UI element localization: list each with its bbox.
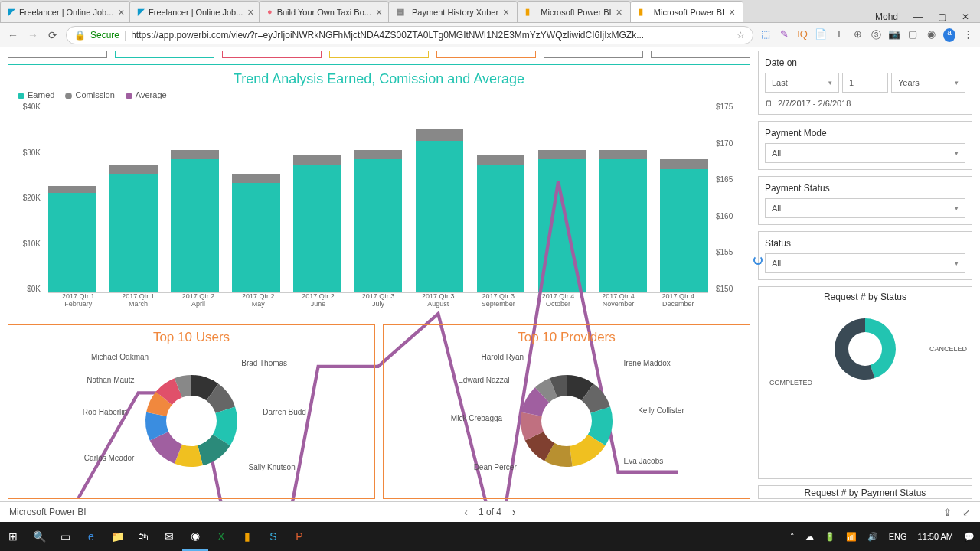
top-providers-card[interactable]: Top 10 Providers Harold RyanEdward Nazza…: [383, 324, 750, 499]
excel-icon[interactable]: X: [208, 522, 234, 551]
brand-label: Microsoft Power BI: [9, 507, 87, 517]
url-text: https://app.powerbi.com/view?r=eyJrIjoiN…: [131, 30, 644, 41]
forward-icon[interactable]: →: [26, 29, 40, 41]
chevron-down-icon: ▾: [955, 259, 959, 267]
loading-cursor: [753, 256, 763, 265]
back-icon[interactable]: ←: [6, 29, 20, 41]
ext-icon[interactable]: ⬚: [760, 28, 772, 42]
bar-area: [48, 103, 708, 293]
store-icon[interactable]: 🛍: [130, 522, 156, 551]
chart-title: Trend Analysis Earned, Comission and Ave…: [18, 71, 740, 87]
chevron-down-icon: ▾: [955, 149, 959, 157]
mail-icon[interactable]: ✉: [156, 522, 182, 551]
status-select[interactable]: All▾: [765, 253, 965, 273]
close-icon[interactable]: ×: [376, 6, 382, 18]
date-unit[interactable]: Years▾: [891, 73, 965, 93]
close-icon[interactable]: ×: [503, 6, 509, 18]
url-field[interactable]: 🔒 Secure | https://app.powerbi.com/view?…: [66, 26, 753, 44]
chrome-icon[interactable]: ◉: [182, 522, 208, 551]
freelancer-icon: ◤: [8, 7, 15, 18]
top-users-card[interactable]: Top 10 Users Michael OakmanNathan MautzR…: [8, 324, 375, 499]
freelancer-icon: ◤: [138, 7, 144, 18]
search-icon[interactable]: 🔍: [26, 522, 52, 551]
tab-0[interactable]: ◤Freelancer | Online Job...×: [0, 1, 130, 22]
chart-legend: Earned Comission Average: [18, 90, 740, 99]
ext-icon[interactable]: ⊕: [851, 28, 864, 42]
tab-1[interactable]: ◤Freelancer | Online Job...×: [129, 1, 260, 22]
request-by-status-chart[interactable]: Request # by Status COMPLETED CANCELED: [758, 286, 972, 479]
close-window-icon[interactable]: ✕: [962, 11, 969, 22]
svg-point-2: [848, 332, 882, 366]
filter-date: Date on Last▾ 1 Years▾ 🗓 2/7/2017 - 2/6/…: [758, 51, 972, 115]
edge-icon[interactable]: e: [78, 522, 104, 551]
y-axis-right: $175$170$165$160$155$150: [713, 103, 740, 293]
window-controls: Mohd — ▢ ✕: [864, 11, 980, 22]
tab-5[interactable]: ▮Microsoft Power BI×: [630, 1, 744, 22]
share-icon[interactable]: ⇪: [943, 507, 952, 518]
card-title: Top 10 Providers: [388, 330, 745, 345]
explorer-icon[interactable]: 📁: [104, 522, 130, 551]
calendar-icon: 🗓: [765, 99, 773, 108]
extensions: ⬚ ✎ IQ 📄 T ⊕ ⓢ 📷 ▢ ◉ a ⋮: [760, 28, 974, 42]
payment-status-select[interactable]: All▾: [765, 198, 965, 218]
ppt-icon[interactable]: P: [286, 522, 312, 551]
page-indicator: 1 of 4: [479, 507, 501, 517]
clock-label[interactable]: 11:50 AM: [913, 532, 959, 541]
ext-icon[interactable]: ◉: [925, 28, 937, 42]
ext-icon[interactable]: ▢: [906, 28, 919, 42]
chevron-down-icon: ▾: [955, 204, 959, 212]
maximize-icon[interactable]: ▢: [938, 11, 946, 22]
address-bar: ← → ⟳ 🔒 Secure | https://app.powerbi.com…: [0, 23, 980, 47]
filter-payment-status: Payment Status All▾: [758, 176, 972, 225]
reload-icon[interactable]: ⟳: [46, 29, 60, 41]
ext-icon[interactable]: ⓢ: [870, 28, 882, 42]
ext-icon[interactable]: a: [943, 28, 956, 42]
date-range: 🗓 2/7/2017 - 2/6/2018: [765, 99, 965, 108]
report-footer: Microsoft Power BI ‹ 1 of 4 › ⇪ ⤢: [0, 501, 980, 522]
secure-label: Secure: [90, 30, 119, 41]
notifications-icon[interactable]: 💬: [959, 532, 980, 542]
minimize-icon[interactable]: —: [913, 11, 923, 22]
volume-icon[interactable]: 🔊: [862, 532, 884, 542]
close-icon[interactable]: ×: [729, 6, 735, 18]
start-icon[interactable]: ⊞: [0, 522, 26, 551]
payment-mode-select[interactable]: All▾: [765, 143, 965, 163]
date-number[interactable]: 1: [842, 73, 888, 93]
filter-status: Status All▾: [758, 231, 972, 280]
close-icon[interactable]: ×: [118, 6, 124, 18]
prev-page-icon[interactable]: ‹: [464, 506, 468, 518]
onedrive-icon[interactable]: ☁: [800, 532, 819, 542]
ext-icon[interactable]: 📄: [815, 28, 827, 42]
powerbi-icon[interactable]: ▮: [234, 522, 260, 551]
tab-4[interactable]: ▮Microsoft Power BI×: [517, 1, 631, 22]
powerbi-icon: ▮: [639, 7, 649, 18]
date-select-type[interactable]: Last▾: [765, 73, 839, 93]
page-icon: ●: [267, 7, 273, 18]
menu-icon[interactable]: ⋮: [962, 28, 974, 42]
ext-icon[interactable]: IQ: [796, 28, 808, 42]
battery-icon[interactable]: 🔋: [819, 532, 841, 542]
request-by-payment-status-chart[interactable]: Request # by Payment Status: [758, 485, 972, 499]
close-icon[interactable]: ×: [247, 6, 253, 18]
skype-icon[interactable]: S: [260, 522, 286, 551]
lock-icon: 🔒: [74, 30, 86, 41]
ext-icon[interactable]: ✎: [778, 28, 790, 42]
pager: ‹ 1 of 4 ›: [464, 506, 515, 518]
filter-payment-mode: Payment Mode All▾: [758, 121, 972, 170]
next-page-icon[interactable]: ›: [512, 506, 516, 518]
star-icon[interactable]: ☆: [737, 30, 745, 41]
fullscreen-icon[interactable]: ⤢: [962, 507, 971, 518]
taskview-icon[interactable]: ▭: [52, 522, 78, 551]
ext-icon[interactable]: T: [833, 28, 845, 42]
close-icon[interactable]: ×: [616, 6, 622, 18]
tray-expand-icon[interactable]: ˄: [785, 532, 800, 542]
lang-label[interactable]: ENG: [884, 532, 913, 541]
trend-chart[interactable]: Trend Analysis Earned, Comission and Ave…: [8, 64, 750, 318]
tab-2[interactable]: ●Build Your Own Taxi Bo...×: [259, 1, 389, 22]
chevron-down-icon: ▾: [955, 79, 959, 86]
wifi-icon[interactable]: 📶: [841, 532, 862, 542]
page-icon: ▦: [397, 7, 407, 18]
kpi-row: [8, 51, 750, 58]
tab-3[interactable]: ▦Payment History Xuber×: [388, 1, 518, 22]
ext-icon[interactable]: 📷: [888, 28, 900, 42]
